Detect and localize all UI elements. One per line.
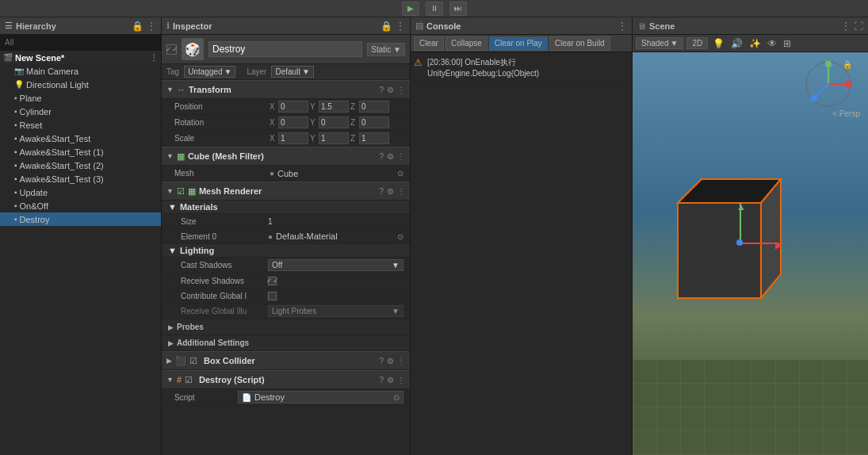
object-active-checkbox[interactable]: ✓ [166, 44, 177, 55]
mesh-filter-settings-icon[interactable]: ⚙ [387, 152, 394, 161]
transform-more-icon[interactable]: ⋮ [397, 86, 405, 94]
layer-value: Default [275, 67, 300, 76]
element0-row: Element 0 ● Default-Material ⊙ [162, 229, 410, 244]
box-collider-active-checkbox[interactable]: ☑ [189, 356, 197, 366]
mesh-renderer-chevron-icon: ▼ [166, 187, 174, 195]
contribute-global-label: Contribute Global I [181, 292, 268, 300]
rotation-z-input[interactable] [359, 117, 389, 128]
transform-settings-icon[interactable]: ⚙ [387, 86, 394, 94]
transform-help-icon[interactable]: ? [379, 86, 384, 94]
destroy-script-active-checkbox[interactable]: ☑ [185, 375, 193, 385]
mesh-target-icon[interactable]: ⊙ [397, 169, 403, 178]
hier-item-awake-start-2[interactable]: ▪ Awake&Start_Test (2) [0, 159, 161, 172]
console-clear-on-play-button[interactable]: Clear on Play [489, 36, 548, 51]
mesh-renderer-help-icon[interactable]: ? [379, 187, 384, 196]
scene-grid-icon[interactable]: ⊞ [782, 38, 793, 49]
destroy-script-more-icon[interactable]: ⋮ [397, 376, 405, 384]
gizmo-lock-icon[interactable]: 🔒 [843, 60, 852, 69]
destroy-script-settings-icon[interactable]: ⚙ [387, 376, 394, 384]
transform-header[interactable]: ▼ ↔ Transform ? ⚙ ⋮ [162, 80, 410, 99]
console-message-line2: UnityEngine.Debug:Log(Object) [427, 68, 539, 79]
destroy-script-header[interactable]: ▼ # ☑ Destroy (Script) ? ⚙ ⋮ [162, 370, 410, 389]
console-clear-on-build-button[interactable]: Clear on Build [549, 36, 610, 51]
scene-maximize-icon[interactable]: ⛶ [854, 21, 863, 32]
hierarchy-lock-icon[interactable]: 🔒 [132, 21, 143, 32]
hier-item-main-camera[interactable]: 📷 Main Camera [0, 64, 161, 78]
cast-shadows-dropdown[interactable]: Off ▼ [268, 259, 403, 271]
scene-2d-button[interactable]: 2D [686, 37, 708, 49]
awake-start-icon: ▪ [14, 134, 17, 143]
script-target-icon[interactable]: ⊙ [393, 393, 400, 402]
hier-item-awake-start[interactable]: ▪ Awake&Start_Test [0, 132, 161, 145]
rotation-x-input[interactable] [278, 117, 308, 128]
hier-item-reset[interactable]: ▪ Reset [0, 118, 161, 132]
layer-dropdown[interactable]: Default ▼ [271, 66, 314, 78]
hier-item-cylinder[interactable]: ▪ Cylinder [0, 105, 161, 118]
scene-menu-icon[interactable]: ⋮ [841, 21, 851, 32]
mesh-renderer-settings-icon[interactable]: ⚙ [387, 187, 394, 196]
additional-settings-row[interactable]: ▶ Additional Settings [162, 335, 410, 351]
mesh-renderer-title: Mesh Renderer [199, 186, 377, 196]
pause-button[interactable]: ⏸ [426, 2, 443, 16]
scene-effects-icon[interactable]: ✨ [748, 38, 763, 49]
scene-viewport[interactable]: ▲ ▶ [633, 52, 868, 455]
tag-dropdown[interactable]: Untagged ▼ [184, 66, 235, 78]
lighting-section-header[interactable]: ▼ Lighting [162, 244, 410, 258]
inspector-header: ℹ Inspector 🔒 ⋮ [162, 17, 410, 35]
probes-row[interactable]: ▶ Probes [162, 319, 410, 335]
lighting-chevron-icon: ▼ [168, 246, 177, 255]
shaded-dropdown[interactable]: Shaded ▼ [636, 37, 683, 49]
console-clear-button[interactable]: Clear [414, 36, 444, 51]
shaded-chevron-icon: ▼ [670, 39, 678, 48]
scene-hidden-icon[interactable]: 👁 [766, 38, 778, 49]
object-name-input[interactable] [208, 41, 362, 57]
rotation-y-input[interactable] [319, 117, 349, 128]
position-x-field: X [270, 101, 308, 113]
console-message-row[interactable]: ⚠ [20:36:00] OnEnable执行 UnityEngine.Debu… [414, 55, 629, 82]
contribute-global-checkbox[interactable] [268, 292, 277, 300]
hier-item-destroy[interactable]: ▪ Destroy [0, 212, 161, 226]
box-collider-header[interactable]: ▶ ⬛ ☑ Box Collider ? ⚙ ⋮ [162, 351, 410, 370]
box-collider-help-icon[interactable]: ? [379, 357, 384, 365]
mesh-filter-help-icon[interactable]: ? [379, 152, 384, 161]
box-collider-settings-icon[interactable]: ⚙ [387, 357, 394, 365]
play-button[interactable]: ▶ [402, 2, 419, 16]
mesh-renderer-checkbox[interactable]: ☑ [177, 186, 185, 197]
receive-shadows-checkbox[interactable]: ✓ [268, 277, 277, 285]
position-y-input[interactable] [319, 101, 349, 113]
inspector-menu-icon[interactable]: ⋮ [396, 21, 405, 32]
materials-section-header[interactable]: ▼ Materials [162, 201, 410, 214]
scale-y-input[interactable] [319, 132, 349, 144]
hierarchy-search-input[interactable] [5, 38, 156, 47]
mesh-filter-more-icon[interactable]: ⋮ [397, 152, 405, 161]
step-button[interactable]: ⏭ [449, 2, 467, 16]
hier-item-scene[interactable]: 🎬 New Scene* ⋮ [0, 51, 161, 64]
element0-target-icon[interactable]: ⊙ [397, 232, 403, 241]
hier-item-plane[interactable]: ▪ Plane [0, 91, 161, 105]
mesh-renderer-more-icon[interactable]: ⋮ [397, 187, 405, 196]
hier-item-directional-light[interactable]: 💡 Directional Light [0, 78, 161, 91]
scene-lighting-icon[interactable]: 💡 [711, 38, 726, 49]
static-dropdown[interactable]: Static ▼ [367, 43, 405, 56]
position-x-input[interactable] [278, 101, 308, 113]
hier-item-update[interactable]: ▪ Update [0, 185, 161, 199]
box-collider-more-icon[interactable]: ⋮ [397, 357, 405, 365]
scale-z-input[interactable] [359, 132, 389, 144]
scene-more-icon[interactable]: ⋮ [150, 53, 158, 62]
scale-x-input[interactable] [278, 132, 308, 144]
mesh-filter-header[interactable]: ▼ ▦ Cube (Mesh Filter) ? ⚙ ⋮ [162, 147, 410, 166]
hierarchy-menu-icon[interactable]: ⋮ [147, 21, 156, 32]
hier-item-awake-start-3[interactable]: ▪ Awake&Start_Test (3) [0, 172, 161, 185]
destroy-script-help-icon[interactable]: ? [379, 376, 384, 384]
scene-audio-icon[interactable]: 🔊 [729, 38, 744, 49]
scale-row: Scale X Y Z [162, 131, 410, 147]
inspector-lock-icon[interactable]: 🔒 [380, 21, 392, 32]
hier-item-awake-start-1[interactable]: ▪ Awake&Start_Test (1) [0, 145, 161, 159]
position-z-input[interactable] [359, 101, 389, 113]
hier-item-onoff[interactable]: ▪ On&Off [0, 199, 161, 212]
console-menu-icon[interactable]: ⋮ [618, 21, 627, 32]
scale-z-field: Z [350, 132, 389, 144]
mesh-renderer-header[interactable]: ▼ ☑ ▦ Mesh Renderer ? ⚙ ⋮ [162, 182, 410, 201]
element0-value-group: ● Default-Material ⊙ [268, 231, 403, 241]
console-collapse-button[interactable]: Collapse [445, 36, 488, 51]
